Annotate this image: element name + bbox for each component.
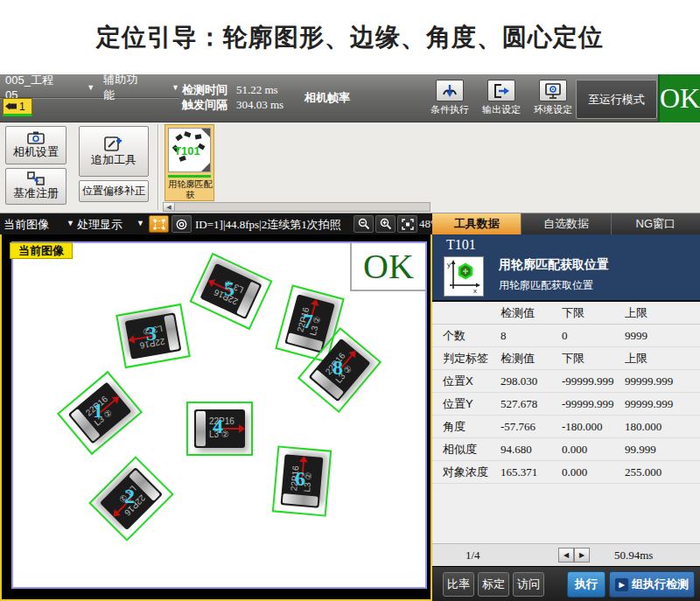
camera-setup-button[interactable]: 相机设置 — [5, 126, 66, 164]
title-banner: 定位引导：轮廓图形、边缘、角度、圆心定位 — [0, 0, 700, 74]
display-mode-select[interactable]: 处理显示 — [77, 217, 122, 233]
bottom-action-bar: 比率 标定 访问 执行 ▶ 组执行检测 — [432, 566, 700, 601]
ratio-button[interactable]: 比率 — [443, 572, 474, 597]
processing-time: 50.94ms — [614, 549, 653, 563]
table-row[interactable]: 相似度94.680 0.00099.999 — [432, 438, 700, 461]
zoom-in-icon — [380, 218, 392, 230]
part-number: 3 — [146, 322, 157, 346]
datum-register-button[interactable]: 基准注册 — [5, 168, 66, 205]
image-viewport[interactable]: 当前图像 OK 22P16L3 ② 1 22P16L3 ② 2 — [0, 234, 432, 601]
zoom-out-icon — [358, 218, 370, 230]
camera-badge[interactable]: 1 — [3, 98, 32, 116]
stat-label: 检测时间 — [182, 82, 236, 98]
tab-ng-window[interactable]: NG窗口 — [611, 213, 700, 234]
output-settings-button[interactable]: 输出设定 — [478, 80, 525, 116]
prev-page-button[interactable]: ◀ — [558, 548, 574, 563]
part-number: 7 — [303, 310, 313, 333]
camera-number: 1 — [19, 101, 25, 113]
lens-button[interactable] — [172, 215, 192, 233]
page-indicator: 1/4 — [466, 549, 480, 563]
run-mode-button[interactable]: 至运行模式 — [576, 80, 657, 119]
zoom-out-button[interactable] — [354, 215, 374, 233]
tool-thumbnail-image: T101 — [168, 128, 211, 172]
tool-type-icon: y x — [444, 256, 484, 297]
chevron-down-icon[interactable]: ▼ — [172, 83, 179, 92]
tool-id: T101 — [446, 237, 476, 253]
data-tabs: 工具数据 自选数据 NG窗口 — [432, 213, 700, 234]
tool-thumbnail[interactable]: T101 用轮廓匹配获 取位置 — [164, 124, 214, 201]
result-table: 检测值 下限 上限 个数8 09999 判定标签检测值 下限上限 位置X298.… — [432, 302, 700, 484]
execute-button[interactable]: 执行 — [567, 571, 606, 598]
current-image-label: 当前图像 — [10, 242, 73, 259]
aux-menu[interactable]: 辅助功能 — [103, 72, 149, 103]
page-title: 定位引导：轮廓图形、边缘、角度、圆心定位 — [96, 21, 604, 54]
tool-subtitle: 用轮廓匹配获取位置 — [499, 278, 593, 293]
tool-data-panel: T101 y x 用轮廓匹配获取位置 用轮廓匹配获取位置 检测值 下限 上限 — [432, 234, 700, 601]
environment-settings-icon — [539, 80, 567, 101]
next-page-button[interactable]: ▶ — [574, 548, 590, 563]
thumbnail-status-bar — [168, 175, 211, 178]
judgement-status: OK — [350, 241, 427, 291]
stat-value: 51.22 ms — [236, 83, 306, 97]
thumbnail-scrollbar[interactable]: ◀ — [163, 202, 430, 212]
table-row[interactable]: 角度-57.766 -180.000180.000 — [432, 416, 700, 438]
table-header-row: 检测值 下限 上限 — [432, 302, 700, 325]
top-toolbar: 005_工程05 ▼ 辅助功能 ▼ 1 检测时间 51.22 ms 触发间隔 3… — [0, 74, 700, 122]
chevron-down-icon[interactable]: ▼ — [87, 83, 94, 92]
stat-value: 304.03 ms — [236, 98, 306, 112]
capture-info: ID=1]|44.8fps|2连续第1次拍照 — [195, 217, 341, 233]
environment-settings-button[interactable]: 环境设定 — [529, 80, 577, 116]
add-tool-icon — [104, 135, 123, 152]
chevron-down-icon[interactable]: ▼ — [136, 219, 144, 227]
fit-screen-icon — [402, 219, 414, 230]
divider — [158, 124, 158, 210]
thumbnail-tool-id: T101 — [174, 144, 200, 157]
condition-execute-button[interactable]: 条件执行 — [426, 80, 473, 116]
image-toolbar: 当前图像 ▼ 处理显示 ▼ ID=1]|44.8fps|2连续第1次拍照 — [0, 213, 432, 234]
calibration-button[interactable]: 标定 — [478, 572, 509, 597]
table-row[interactable]: 位置X298.030 -99999.99999999.999 — [432, 370, 700, 393]
play-icon: ▶ — [615, 578, 628, 591]
thumbnail-caption: 用轮廓匹配获 取位置 — [165, 179, 215, 201]
tab-custom-data[interactable]: 自选数据 — [521, 213, 610, 234]
lens-icon — [176, 219, 187, 230]
svg-text:y: y — [447, 261, 451, 269]
table-row[interactable]: 判定标签检测值 下限上限 — [432, 347, 700, 370]
table-row[interactable]: 对象浓度165.371 0.000255.000 — [432, 461, 700, 484]
camera-image[interactable]: OK 22P16L3 ② 1 22P16L3 ② 2 22P16L3 — [11, 241, 427, 589]
stat-label: 触发间隔 — [182, 97, 236, 113]
fit-screen-button[interactable] — [397, 215, 417, 233]
scroll-left-icon[interactable]: ◀ — [164, 203, 175, 211]
global-status-badge: OK — [658, 74, 700, 122]
control-bar: 当前图像 ▼ 处理显示 ▼ ID=1]|44.8fps|2连续第1次拍照 — [0, 213, 700, 234]
menubar: 005_工程05 ▼ 辅助功能 ▼ — [0, 77, 179, 98]
selection-frame-icon — [153, 219, 165, 230]
tool-strip: 相机设置 基准注册 追加工具 位置偏移补正 — [0, 122, 700, 213]
part-number: 8 — [332, 356, 343, 380]
camera-icon — [5, 101, 18, 111]
camera-fps-label: 相机帧率 — [304, 90, 350, 106]
svg-text:x: x — [473, 287, 477, 294]
timing-stats: 检测时间 51.22 ms 触发间隔 304.03 ms — [182, 82, 306, 112]
tool-name: 用轮廓匹配获取位置 — [499, 257, 609, 273]
pager: 1/4 ◀ ▶ 50.94ms — [432, 543, 700, 566]
part-number: 2 — [124, 485, 135, 508]
output-settings-icon — [487, 80, 515, 101]
zoom-in-button[interactable] — [375, 215, 396, 233]
image-source-select[interactable]: 当前图像 — [4, 217, 49, 233]
offset-correction-button[interactable]: 位置偏移补正 — [79, 180, 149, 202]
part-number: 6 — [295, 467, 305, 491]
datum-register-icon — [27, 171, 45, 185]
condition-execute-icon — [436, 80, 464, 101]
access-button[interactable]: 访问 — [513, 572, 544, 597]
add-tool-button[interactable]: 追加工具 — [79, 126, 149, 177]
tool-header: T101 y x 用轮廓匹配获取位置 用轮廓匹配获取位置 — [432, 234, 700, 302]
camera-icon — [27, 131, 45, 144]
part-number: 5 — [224, 277, 234, 301]
tab-tool-data[interactable]: 工具数据 — [432, 213, 521, 234]
group-execute-button[interactable]: ▶ 组执行检测 — [609, 571, 695, 598]
chevron-down-icon[interactable]: ▼ — [66, 219, 74, 227]
selection-frame-button[interactable] — [149, 215, 169, 233]
table-row[interactable]: 位置Y527.678 -99999.99999999.999 — [432, 393, 700, 416]
table-row[interactable]: 个数8 09999 — [432, 325, 700, 347]
